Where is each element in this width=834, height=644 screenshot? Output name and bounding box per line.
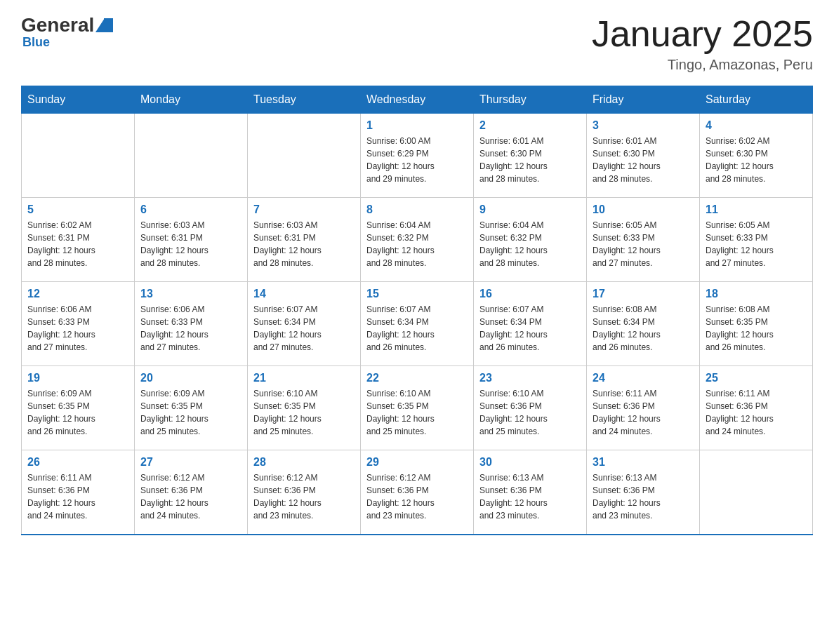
day-cell: 18Sunrise: 6:08 AM Sunset: 6:35 PM Dayli… — [700, 282, 813, 366]
day-number: 5 — [27, 203, 128, 216]
calendar-table: SundayMondayTuesdayWednesdayThursdayFrid… — [21, 86, 813, 535]
day-cell: 23Sunrise: 6:10 AM Sunset: 6:36 PM Dayli… — [474, 366, 587, 450]
day-cell: 12Sunrise: 6:06 AM Sunset: 6:33 PM Dayli… — [22, 282, 135, 366]
day-info: Sunrise: 6:10 AM Sunset: 6:35 PM Dayligh… — [253, 387, 355, 438]
day-number: 22 — [366, 372, 468, 384]
day-header-thursday: Thursday — [474, 86, 587, 114]
day-number: 27 — [140, 456, 241, 469]
day-info: Sunrise: 6:06 AM Sunset: 6:33 PM Dayligh… — [140, 303, 241, 354]
day-number: 12 — [27, 288, 128, 300]
day-cell: 8Sunrise: 6:04 AM Sunset: 6:32 PM Daylig… — [361, 198, 474, 282]
day-number: 4 — [706, 119, 807, 132]
day-cell — [700, 450, 813, 535]
day-cell: 3Sunrise: 6:01 AM Sunset: 6:30 PM Daylig… — [587, 114, 700, 198]
day-info: Sunrise: 6:00 AM Sunset: 6:29 PM Dayligh… — [366, 135, 468, 185]
day-cell: 5Sunrise: 6:02 AM Sunset: 6:31 PM Daylig… — [22, 198, 135, 282]
day-header-tuesday: Tuesday — [248, 86, 361, 114]
day-info: Sunrise: 6:10 AM Sunset: 6:35 PM Dayligh… — [366, 387, 468, 438]
day-info: Sunrise: 6:01 AM Sunset: 6:30 PM Dayligh… — [479, 135, 581, 185]
day-number: 9 — [479, 203, 581, 216]
day-cell: 19Sunrise: 6:09 AM Sunset: 6:35 PM Dayli… — [22, 366, 135, 450]
day-info: Sunrise: 6:11 AM Sunset: 6:36 PM Dayligh… — [27, 471, 128, 522]
day-header-saturday: Saturday — [700, 86, 813, 114]
logo-icon — [95, 18, 113, 32]
logo-general: General — [21, 14, 94, 36]
day-info: Sunrise: 6:07 AM Sunset: 6:34 PM Dayligh… — [366, 303, 468, 354]
day-number: 10 — [593, 203, 694, 216]
day-cell: 4Sunrise: 6:02 AM Sunset: 6:30 PM Daylig… — [700, 114, 813, 198]
day-info: Sunrise: 6:11 AM Sunset: 6:36 PM Dayligh… — [593, 387, 694, 438]
day-info: Sunrise: 6:08 AM Sunset: 6:34 PM Dayligh… — [593, 303, 694, 354]
day-number: 7 — [253, 203, 355, 216]
day-info: Sunrise: 6:04 AM Sunset: 6:32 PM Dayligh… — [366, 219, 468, 269]
day-number: 24 — [593, 372, 694, 384]
day-cell: 7Sunrise: 6:03 AM Sunset: 6:31 PM Daylig… — [248, 198, 361, 282]
day-info: Sunrise: 6:12 AM Sunset: 6:36 PM Dayligh… — [253, 471, 355, 522]
day-cell: 6Sunrise: 6:03 AM Sunset: 6:31 PM Daylig… — [135, 198, 248, 282]
day-cell: 14Sunrise: 6:07 AM Sunset: 6:34 PM Dayli… — [248, 282, 361, 366]
day-number: 18 — [706, 288, 807, 300]
day-info: Sunrise: 6:13 AM Sunset: 6:36 PM Dayligh… — [479, 471, 581, 522]
day-number: 17 — [593, 288, 694, 300]
day-cell: 17Sunrise: 6:08 AM Sunset: 6:34 PM Dayli… — [587, 282, 700, 366]
logo: General Blue — [21, 14, 113, 50]
week-row-1: 1Sunrise: 6:00 AM Sunset: 6:29 PM Daylig… — [22, 114, 813, 198]
day-number: 1 — [366, 119, 468, 132]
day-info: Sunrise: 6:09 AM Sunset: 6:35 PM Dayligh… — [140, 387, 241, 438]
day-cell: 13Sunrise: 6:06 AM Sunset: 6:33 PM Dayli… — [135, 282, 248, 366]
day-info: Sunrise: 6:12 AM Sunset: 6:36 PM Dayligh… — [366, 471, 468, 522]
day-cell: 21Sunrise: 6:10 AM Sunset: 6:35 PM Dayli… — [248, 366, 361, 450]
day-info: Sunrise: 6:08 AM Sunset: 6:35 PM Dayligh… — [706, 303, 807, 354]
week-row-5: 26Sunrise: 6:11 AM Sunset: 6:36 PM Dayli… — [22, 450, 813, 535]
day-cell — [135, 114, 248, 198]
day-info: Sunrise: 6:07 AM Sunset: 6:34 PM Dayligh… — [479, 303, 581, 354]
day-number: 31 — [593, 456, 694, 469]
day-cell: 31Sunrise: 6:13 AM Sunset: 6:36 PM Dayli… — [587, 450, 700, 535]
day-cell: 9Sunrise: 6:04 AM Sunset: 6:32 PM Daylig… — [474, 198, 587, 282]
calendar-subtitle: Tingo, Amazonas, Peru — [592, 57, 813, 73]
day-number: 25 — [706, 372, 807, 384]
day-number: 2 — [479, 119, 581, 132]
day-info: Sunrise: 6:03 AM Sunset: 6:31 PM Dayligh… — [253, 219, 355, 269]
day-number: 19 — [27, 372, 128, 384]
day-cell: 30Sunrise: 6:13 AM Sunset: 6:36 PM Dayli… — [474, 450, 587, 535]
day-info: Sunrise: 6:06 AM Sunset: 6:33 PM Dayligh… — [27, 303, 128, 354]
day-cell: 16Sunrise: 6:07 AM Sunset: 6:34 PM Dayli… — [474, 282, 587, 366]
day-number: 6 — [140, 203, 241, 216]
day-info: Sunrise: 6:10 AM Sunset: 6:36 PM Dayligh… — [479, 387, 581, 438]
week-row-4: 19Sunrise: 6:09 AM Sunset: 6:35 PM Dayli… — [22, 366, 813, 450]
day-cell: 27Sunrise: 6:12 AM Sunset: 6:36 PM Dayli… — [135, 450, 248, 535]
day-number: 15 — [366, 288, 468, 300]
day-number: 30 — [479, 456, 581, 469]
day-info: Sunrise: 6:11 AM Sunset: 6:36 PM Dayligh… — [706, 387, 807, 438]
day-header-monday: Monday — [135, 86, 248, 114]
day-info: Sunrise: 6:12 AM Sunset: 6:36 PM Dayligh… — [140, 471, 241, 522]
day-number: 3 — [593, 119, 694, 132]
day-info: Sunrise: 6:05 AM Sunset: 6:33 PM Dayligh… — [706, 219, 807, 269]
week-row-3: 12Sunrise: 6:06 AM Sunset: 6:33 PM Dayli… — [22, 282, 813, 366]
day-info: Sunrise: 6:07 AM Sunset: 6:34 PM Dayligh… — [253, 303, 355, 354]
day-cell: 24Sunrise: 6:11 AM Sunset: 6:36 PM Dayli… — [587, 366, 700, 450]
page-header: General Blue January 2025 Tingo, Amazona… — [21, 14, 813, 73]
day-info: Sunrise: 6:03 AM Sunset: 6:31 PM Dayligh… — [140, 219, 241, 269]
day-header-wednesday: Wednesday — [361, 86, 474, 114]
day-cell: 11Sunrise: 6:05 AM Sunset: 6:33 PM Dayli… — [700, 198, 813, 282]
day-cell: 1Sunrise: 6:00 AM Sunset: 6:29 PM Daylig… — [361, 114, 474, 198]
day-info: Sunrise: 6:02 AM Sunset: 6:31 PM Dayligh… — [27, 219, 128, 269]
day-number: 8 — [366, 203, 468, 216]
title-section: January 2025 Tingo, Amazonas, Peru — [592, 14, 813, 73]
day-info: Sunrise: 6:09 AM Sunset: 6:35 PM Dayligh… — [27, 387, 128, 438]
day-header-friday: Friday — [587, 86, 700, 114]
day-cell: 28Sunrise: 6:12 AM Sunset: 6:36 PM Dayli… — [248, 450, 361, 535]
day-cell: 20Sunrise: 6:09 AM Sunset: 6:35 PM Dayli… — [135, 366, 248, 450]
day-cell: 29Sunrise: 6:12 AM Sunset: 6:36 PM Dayli… — [361, 450, 474, 535]
day-cell: 26Sunrise: 6:11 AM Sunset: 6:36 PM Dayli… — [22, 450, 135, 535]
day-number: 11 — [706, 203, 807, 216]
day-header-sunday: Sunday — [22, 86, 135, 114]
day-cell: 22Sunrise: 6:10 AM Sunset: 6:35 PM Dayli… — [361, 366, 474, 450]
week-row-2: 5Sunrise: 6:02 AM Sunset: 6:31 PM Daylig… — [22, 198, 813, 282]
logo-blue: Blue — [22, 35, 113, 50]
day-info: Sunrise: 6:13 AM Sunset: 6:36 PM Dayligh… — [593, 471, 694, 522]
day-cell: 2Sunrise: 6:01 AM Sunset: 6:30 PM Daylig… — [474, 114, 587, 198]
day-cell: 25Sunrise: 6:11 AM Sunset: 6:36 PM Dayli… — [700, 366, 813, 450]
